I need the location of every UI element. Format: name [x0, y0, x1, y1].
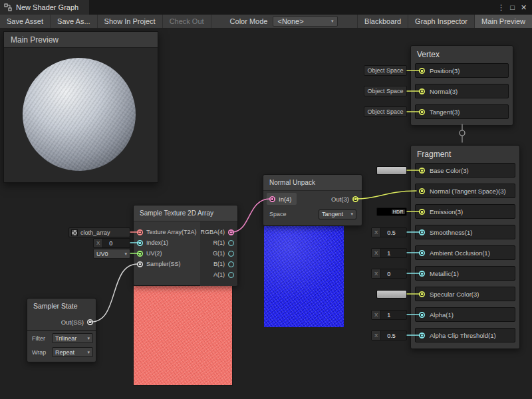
- tangent-block[interactable]: Tangent(3): [415, 104, 509, 119]
- emission-color-swatch[interactable]: HDR: [376, 207, 407, 216]
- emission-port[interactable]: [419, 209, 425, 215]
- main-preview-toggle-button[interactable]: Main Preview: [474, 15, 532, 28]
- index-input[interactable]: X 0: [93, 238, 130, 248]
- rgba-output-row[interactable]: RGBA(4): [200, 227, 237, 237]
- unpack-in-row[interactable]: In(4): [267, 193, 297, 205]
- blackboard-toggle-button[interactable]: Blackboard: [357, 15, 408, 28]
- normal-tangent-block[interactable]: Normal (Tangent Space)(3): [415, 184, 515, 198]
- texture-array-field[interactable]: cloth_array: [68, 227, 130, 237]
- save-asset-button[interactable]: Save Asset: [0, 15, 51, 28]
- index-input-row[interactable]: Index(1): [134, 237, 200, 248]
- sampler-port[interactable]: [137, 261, 143, 267]
- kebab-menu-icon[interactable]: ⋮: [495, 0, 507, 15]
- chevron-down-icon: ▾: [124, 251, 127, 257]
- preview-sphere: [23, 58, 136, 171]
- normal-port[interactable]: [419, 88, 425, 94]
- r-output-row[interactable]: R(1): [213, 237, 238, 248]
- color-mode-dropdown[interactable]: <None> ▾: [273, 16, 338, 27]
- base-color-swatch[interactable]: [376, 166, 407, 175]
- ambient-occlusion-input[interactable]: X 1: [371, 248, 407, 258]
- a-output-row[interactable]: A(1): [213, 269, 237, 280]
- g-output-row[interactable]: G(1): [213, 248, 237, 259]
- unpack-in-port[interactable]: [269, 196, 275, 202]
- texture-array-port[interactable]: [137, 229, 143, 235]
- specular-color-block[interactable]: Specular Color(3): [415, 287, 515, 301]
- emission-block[interactable]: Emission(3): [415, 204, 515, 219]
- close-icon[interactable]: ✕: [518, 0, 529, 15]
- uv-input-row[interactable]: UV(2): [134, 248, 200, 259]
- vertex-node-title: Vertex: [411, 46, 513, 63]
- uv-channel-dropdown[interactable]: UV0 ▾: [93, 249, 130, 259]
- graph-tab[interactable]: New Shader Graph: [0, 0, 89, 15]
- alpha-clip-block[interactable]: Alpha Clip Threshold(1): [415, 328, 515, 342]
- uv-port[interactable]: [137, 251, 143, 257]
- chevron-down-icon: ▾: [87, 350, 90, 355]
- unpack-out-port[interactable]: [352, 196, 358, 202]
- position-space-dropdown[interactable]: Object Space: [364, 65, 407, 76]
- unpack-in-label: In(4): [279, 196, 292, 203]
- metallic-input[interactable]: X 0: [371, 269, 407, 279]
- fragment-node[interactable]: Fragment Base Color(3) Normal (Tangent S…: [410, 145, 520, 349]
- normal-space-dropdown[interactable]: Object Space: [364, 86, 407, 96]
- alpha-port[interactable]: [419, 312, 425, 318]
- g-port[interactable]: [228, 251, 234, 257]
- graph-inspector-toggle-button[interactable]: Graph Inspector: [408, 15, 474, 28]
- rgba-label: RGBA(4): [200, 229, 225, 235]
- base-color-label: Base Color(3): [430, 167, 469, 174]
- a-label: A(1): [213, 271, 225, 278]
- base-color-port[interactable]: [419, 168, 425, 174]
- sampler-out-row[interactable]: Out(SS): [27, 313, 96, 331]
- normal-tangent-port[interactable]: [419, 188, 425, 194]
- smoothness-port[interactable]: [419, 229, 425, 235]
- space-value: Object Space: [367, 67, 403, 74]
- filter-dropdown[interactable]: Trilinear ▾: [52, 333, 93, 343]
- space-value: Tangent: [322, 211, 343, 217]
- save-as-button[interactable]: Save As...: [51, 15, 98, 28]
- rgba-port[interactable]: [228, 229, 234, 235]
- tangent-port[interactable]: [419, 109, 425, 115]
- b-port[interactable]: [228, 261, 234, 267]
- x-prefix: X: [94, 239, 103, 247]
- index-port[interactable]: [137, 240, 143, 246]
- alpha-clip-input[interactable]: X 0.5: [371, 331, 407, 340]
- smoothness-block[interactable]: Smoothness(1): [415, 225, 515, 239]
- normal-label: Normal(3): [430, 88, 458, 95]
- normal-unpack-node[interactable]: Normal Unpack In(4) Out(3) Space Tangent…: [263, 174, 362, 226]
- specular-color-swatch[interactable]: [376, 290, 407, 299]
- x-prefix: X: [372, 311, 381, 319]
- metallic-block[interactable]: Metallic(1): [415, 266, 515, 281]
- unpack-out-row[interactable]: Out(3): [331, 196, 358, 203]
- alpha-block[interactable]: Alpha(1): [415, 307, 515, 322]
- texture-array-input[interactable]: Texture Array(T2A): [134, 227, 200, 237]
- specular-color-port[interactable]: [419, 291, 425, 297]
- sampler-out-port[interactable]: [87, 319, 93, 325]
- vertex-node[interactable]: Vertex Position(3) Normal(3) Tangent(3): [410, 45, 513, 126]
- r-label: R(1): [213, 239, 225, 246]
- sampler-out-label: Out(SS): [61, 319, 84, 326]
- ambient-occlusion-port[interactable]: [419, 250, 425, 256]
- show-in-project-button[interactable]: Show In Project: [98, 15, 163, 28]
- sampler-input-row[interactable]: Sampler(SS): [134, 259, 200, 269]
- space-dropdown[interactable]: Tangent ▾: [319, 209, 356, 219]
- maximize-icon[interactable]: □: [507, 0, 518, 15]
- position-block[interactable]: Position(3): [415, 63, 509, 78]
- alpha-input[interactable]: X 1: [371, 310, 407, 320]
- normal-block[interactable]: Normal(3): [415, 84, 509, 98]
- base-color-block[interactable]: Base Color(3): [415, 163, 515, 178]
- tangent-label: Tangent(3): [430, 108, 460, 116]
- sampler-state-node[interactable]: Sampler State Out(SS) Filter Trilinear ▾…: [27, 298, 96, 362]
- a-port[interactable]: [228, 272, 234, 278]
- alpha-clip-port[interactable]: [419, 332, 425, 338]
- sample-texture-2d-array-node[interactable]: Sample Texture 2D Array Texture Array(T2…: [133, 205, 238, 286]
- smoothness-input[interactable]: X 0.5: [371, 227, 407, 237]
- metallic-port[interactable]: [419, 271, 425, 277]
- wrap-dropdown[interactable]: Repeat ▾: [52, 347, 93, 357]
- main-preview-window[interactable]: Main Preview: [3, 31, 158, 183]
- r-port[interactable]: [228, 240, 234, 246]
- position-port[interactable]: [419, 68, 425, 74]
- b-output-row[interactable]: B(1): [213, 259, 237, 269]
- tangent-space-dropdown[interactable]: Object Space: [364, 106, 407, 117]
- sampler-node-title: Sampler State: [27, 299, 96, 313]
- ambient-occlusion-block[interactable]: Ambient Occlusion(1): [415, 245, 515, 260]
- uv-label: UV(2): [146, 250, 162, 257]
